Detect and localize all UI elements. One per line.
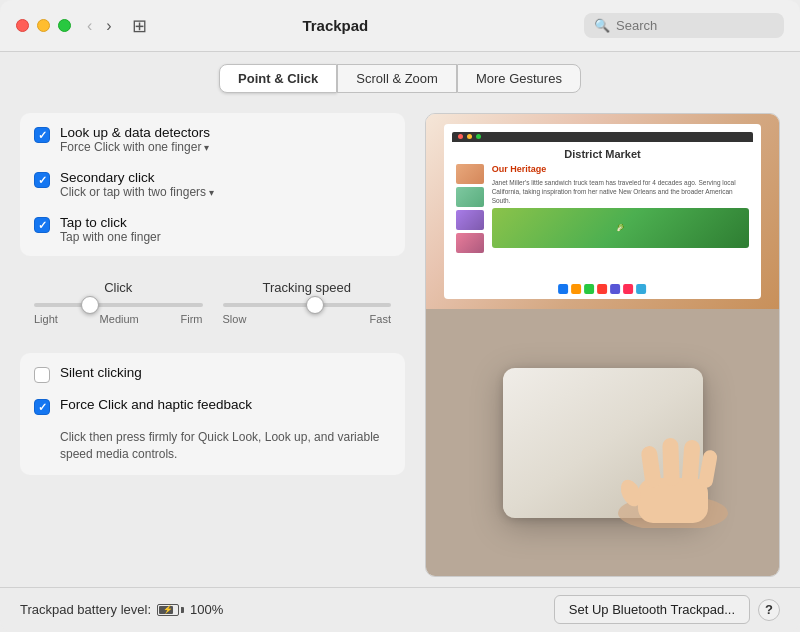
click-slider-title: Click	[34, 280, 203, 295]
tracking-slider-labels: Slow Fast	[223, 313, 392, 325]
force-click-setting: ✓ Force Click and haptic feedback	[34, 397, 391, 415]
secondary-click-text: Secondary click Click or tap with two fi…	[60, 170, 214, 199]
mockup-image-area: 🥬	[492, 208, 750, 248]
click-label-firm: Firm	[180, 313, 202, 325]
mockup-para: Janet Miller's little sandwich truck tea…	[492, 178, 750, 205]
footer-buttons: Set Up Bluetooth Trackpad... ?	[554, 595, 780, 624]
mockup-dock	[452, 281, 754, 297]
click-slider-track[interactable]	[34, 303, 203, 307]
svg-rect-5	[697, 449, 717, 489]
tracking-slider-title: Tracking speed	[223, 280, 392, 295]
footer: Trackpad battery level: ⚡ 100% Set Up Bl…	[0, 587, 800, 631]
dropdown-arrow-icon: ▾	[209, 187, 214, 198]
setup-bluetooth-button[interactable]: Set Up Bluetooth Trackpad...	[554, 595, 750, 624]
secondary-click-sublabel: Click or tap with two fingers ▾	[60, 185, 214, 199]
preview-top: District Market Our Heritage Janet Mille…	[426, 114, 779, 309]
dock-icon-podcasts	[623, 284, 633, 294]
dock-icon-maps	[636, 284, 646, 294]
force-click-label: Force Click and haptic feedback	[60, 397, 252, 412]
force-click-description: Click then press firmly for Quick Look, …	[60, 429, 391, 463]
mockup-thumb-4	[456, 233, 484, 253]
back-arrow[interactable]: ‹	[83, 15, 96, 37]
search-icon: 🔍	[594, 18, 610, 33]
battery-tip	[181, 607, 184, 613]
checkmark-icon: ✓	[38, 220, 47, 231]
dock-icon-music	[610, 284, 620, 294]
secondary-click-setting: ✓ Secondary click Click or tap with two …	[34, 170, 391, 199]
mockup-thumb-2	[456, 187, 484, 207]
tab-scroll-zoom[interactable]: Scroll & Zoom	[337, 64, 457, 93]
mockup-thumb-1	[456, 164, 484, 184]
hand-svg	[613, 428, 733, 528]
mockup-inner: District Market Our Heritage Janet Mille…	[444, 124, 762, 300]
search-box[interactable]: 🔍	[584, 13, 784, 38]
tap-to-click-checkbox[interactable]: ✓	[34, 217, 50, 233]
tracking-slider-track[interactable]	[223, 303, 392, 307]
mockup-sidebar	[456, 164, 486, 253]
window-title: Trackpad	[159, 17, 512, 34]
minimize-button[interactable]	[37, 19, 50, 32]
sliders-row: Click Light Medium Firm Tracking speed	[34, 280, 391, 325]
main-content: ✓ Look up & data detectors Force Click w…	[0, 103, 800, 587]
click-label-medium: Medium	[100, 313, 139, 325]
bottom-settings-section: Silent clicking ✓ Force Click and haptic…	[20, 353, 405, 475]
top-settings-section: ✓ Look up & data detectors Force Click w…	[20, 113, 405, 256]
tap-to-click-text: Tap to click Tap with one finger	[60, 215, 161, 244]
nav-arrows: ‹ ›	[83, 15, 116, 37]
tab-bar: Point & Click Scroll & Zoom More Gesture…	[0, 52, 800, 103]
title-bar: ‹ › ⊞ Trackpad 🔍	[0, 0, 800, 52]
silent-clicking-checkbox[interactable]	[34, 367, 50, 383]
look-up-label: Look up & data detectors	[60, 125, 210, 140]
mockup-headline: Our Heritage	[492, 164, 750, 175]
mockup-main-area: Our Heritage Janet Miller's little sandw…	[492, 164, 750, 253]
fullscreen-button[interactable]	[58, 19, 71, 32]
mockup-content: District Market Our Heritage Janet Mille…	[452, 142, 754, 259]
look-up-text: Look up & data detectors Force Click wit…	[60, 125, 210, 154]
preview-mockup: District Market Our Heritage Janet Mille…	[426, 114, 779, 309]
battery-body: ⚡	[157, 604, 179, 616]
dock-icon-photos	[597, 284, 607, 294]
mockup-title: District Market	[456, 148, 750, 160]
click-slider-thumb[interactable]	[81, 296, 99, 314]
sliders-section: Click Light Medium Firm Tracking speed	[20, 270, 405, 339]
dock-icon-finder	[558, 284, 568, 294]
tracking-label-slow: Slow	[223, 313, 247, 325]
tap-to-click-sublabel: Tap with one finger	[60, 230, 161, 244]
close-button[interactable]	[16, 19, 29, 32]
battery-label: Trackpad battery level:	[20, 602, 151, 617]
tracking-slider-group: Tracking speed Slow Fast	[223, 280, 392, 325]
checkmark-icon: ✓	[38, 175, 47, 186]
force-click-text: Force Click and haptic feedback	[60, 397, 252, 412]
svg-rect-4	[681, 439, 700, 486]
mockup-green-dot	[476, 134, 481, 139]
silent-clicking-label: Silent clicking	[60, 365, 142, 380]
svg-rect-3	[662, 437, 680, 486]
left-panel: ✓ Look up & data detectors Force Click w…	[20, 113, 405, 577]
look-up-setting: ✓ Look up & data detectors Force Click w…	[34, 125, 391, 154]
lightning-icon: ⚡	[163, 605, 173, 614]
forward-arrow[interactable]: ›	[102, 15, 115, 37]
dock-icon-mail	[584, 284, 594, 294]
grid-icon[interactable]: ⊞	[132, 15, 147, 37]
click-label-light: Light	[34, 313, 58, 325]
battery-percent: 100%	[190, 602, 223, 617]
silent-clicking-setting: Silent clicking	[34, 365, 391, 383]
look-up-checkbox[interactable]: ✓	[34, 127, 50, 143]
preview-bottom	[426, 309, 779, 576]
mockup-image-label: 🥬	[616, 224, 625, 232]
help-button[interactable]: ?	[758, 599, 780, 621]
force-click-checkbox[interactable]: ✓	[34, 399, 50, 415]
search-input[interactable]	[616, 18, 774, 33]
battery-icon: ⚡	[157, 604, 184, 616]
dock-icon-safari	[571, 284, 581, 294]
click-slider-labels: Light Medium Firm	[34, 313, 203, 325]
tab-point-click[interactable]: Point & Click	[219, 64, 337, 93]
tab-more-gestures[interactable]: More Gestures	[457, 64, 581, 93]
checkmark-icon: ✓	[38, 130, 47, 141]
mockup-bar	[452, 132, 754, 142]
secondary-click-checkbox[interactable]: ✓	[34, 172, 50, 188]
tracking-label-fast: Fast	[370, 313, 391, 325]
tap-to-click-setting: ✓ Tap to click Tap with one finger	[34, 215, 391, 244]
tracking-slider-thumb[interactable]	[306, 296, 324, 314]
tap-to-click-label: Tap to click	[60, 215, 161, 230]
